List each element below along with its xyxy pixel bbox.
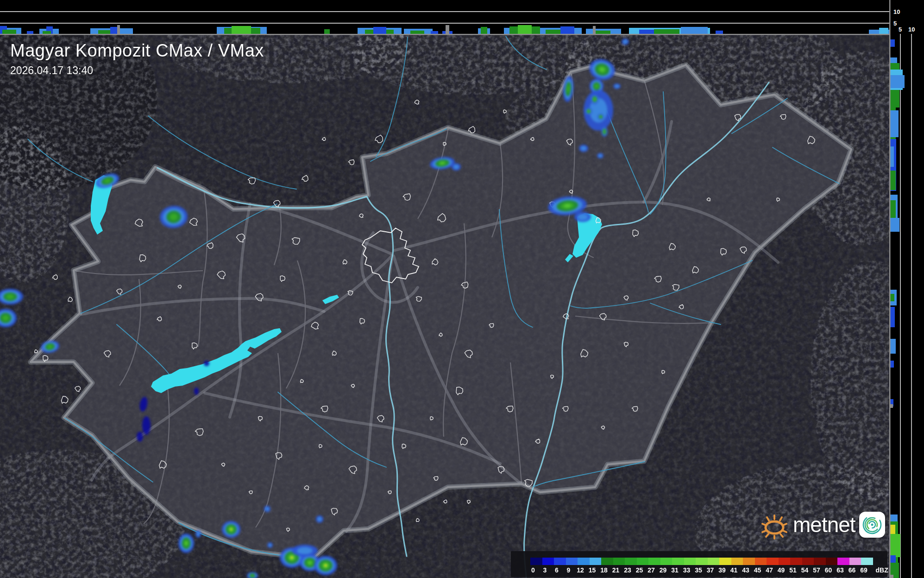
echo-layer (297, 547, 313, 554)
height-axis-label: 10 (893, 8, 900, 15)
height-axis-label: 5 (893, 20, 897, 27)
profile-echo-bar (890, 525, 895, 534)
echo-layer (137, 432, 143, 442)
echo-blob (314, 556, 337, 575)
echo-layer (578, 214, 588, 220)
profile-echo-bar (890, 307, 895, 327)
legend-color-segment (826, 558, 838, 565)
legend-color-segment (578, 558, 590, 565)
echo-layer (581, 146, 586, 151)
legend-color-segment (566, 558, 578, 565)
echo-layer (196, 532, 200, 536)
echo-blob (264, 506, 270, 512)
legend-color-segment (601, 558, 613, 565)
metnet-wordmark: metnet (793, 514, 855, 535)
profile-echo-bar (890, 171, 896, 190)
legend-color-segment (684, 558, 696, 565)
echo-layer (204, 361, 209, 366)
profile-echo-bar (716, 31, 723, 34)
echo-blob (597, 153, 603, 159)
metnet-logo[interactable]: metnet (761, 510, 885, 540)
echo-blob (622, 38, 629, 45)
radar-composite-page: 105510 Magyar Kompozit CMax / VMax 2026.… (0, 0, 924, 578)
legend-color-segment (719, 558, 731, 565)
profile-echo-bar (890, 218, 899, 232)
profile-echo-bar (890, 339, 896, 354)
legend-color-segment (755, 558, 767, 565)
radar-map: 105510 (0, 0, 924, 578)
legend-unit-label: dBZ (876, 566, 888, 574)
legend-color-segment (849, 558, 861, 565)
profile-echo-bar (890, 404, 893, 408)
legend-color-segment (802, 558, 814, 565)
metnet-app-icon (859, 512, 885, 538)
echo-layer (185, 541, 188, 545)
legend-color-segment (530, 558, 542, 565)
legend-color-segment (790, 558, 802, 565)
legend-color-segment (696, 558, 708, 565)
profile-echo-bar (446, 25, 449, 34)
profile-echo-bar (431, 31, 438, 34)
echo-layer (615, 84, 619, 88)
profile-echo-bar (2, 30, 16, 34)
profile-echo-bar (890, 146, 894, 167)
echo-blob (452, 163, 461, 171)
legend-color-segment (613, 558, 625, 565)
echo-layer (324, 564, 327, 567)
profile-echo-bar (890, 361, 894, 368)
legend-color-segment (767, 558, 779, 565)
legend-color-segment (743, 558, 755, 565)
legend-color-segment (779, 558, 791, 565)
legend-color-segment (837, 558, 849, 565)
profile-echo-bar (373, 27, 386, 34)
echo-blob (613, 83, 621, 89)
profile-echo-bar (43, 31, 51, 34)
echo-layer (230, 528, 233, 530)
echo-blob (178, 534, 194, 553)
echo-layer (265, 507, 269, 511)
legend-color-segment (672, 558, 684, 565)
profile-echo-bar (593, 26, 596, 34)
right-strip-separator (889, 0, 891, 578)
echo-blob (601, 127, 608, 137)
echo-blob (195, 530, 201, 538)
legend-color-segment (554, 558, 566, 565)
profile-echo-bar (681, 27, 708, 34)
echo-layer (317, 517, 322, 521)
echo-layer (194, 387, 199, 395)
echo-blob (222, 521, 240, 538)
echo-layer (290, 556, 293, 559)
echo-blob (292, 545, 318, 557)
echo-layer (268, 543, 271, 546)
echo-blob (194, 387, 199, 395)
echo-layer (595, 84, 598, 89)
echo-blob (316, 515, 323, 523)
profile-echo-bar (654, 29, 679, 34)
echo-layer (594, 98, 595, 100)
echo-blob (597, 114, 604, 120)
legend-color-segment (637, 558, 649, 565)
profile-echo-bar (890, 110, 899, 137)
echo-layer (600, 116, 602, 118)
echo-layer (588, 110, 590, 112)
echo-layer (598, 154, 602, 157)
echo-layer (2, 315, 8, 321)
echo-blob (574, 212, 591, 222)
top-strip-separator (0, 34, 924, 35)
legend-color-segment (625, 558, 637, 565)
timestamp: 2026.04.17 13:40 (10, 64, 264, 77)
echo-blob (267, 542, 273, 548)
echo-layer (623, 40, 628, 44)
echo-layer (251, 575, 254, 577)
terrain-background (0, 5, 924, 578)
echo-blob (142, 416, 151, 435)
right-profile-strip (889, 0, 924, 578)
echo-layer (6, 294, 14, 299)
echo-blob (204, 361, 209, 366)
profile-echo-bar (410, 31, 424, 34)
height-axis-label: 5 (899, 26, 902, 33)
sun-icon (761, 510, 789, 540)
profile-echo-bar (890, 39, 895, 47)
legend-color-segment (542, 558, 554, 565)
legend-color-segment (814, 558, 826, 565)
